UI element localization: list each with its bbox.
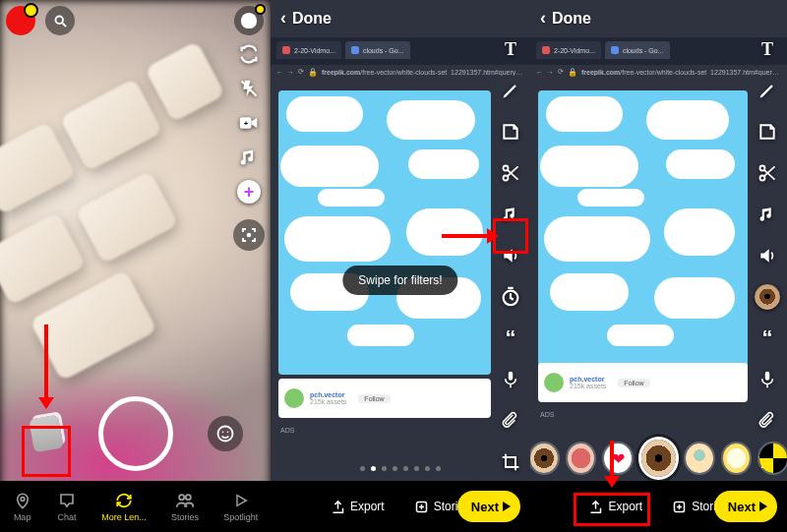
- lens-option[interactable]: [759, 443, 787, 473]
- voice-tool[interactable]: [497, 366, 524, 393]
- hint-toast: Swipe for filters!: [342, 266, 457, 295]
- sound-tool[interactable]: [754, 242, 781, 269]
- lens-carousel[interactable]: ❤: [530, 440, 787, 477]
- chat-icon: [57, 491, 77, 510]
- next-button[interactable]: Next: [714, 491, 777, 522]
- panel-editor-1: 2-20-Vidmo... clouds - Go... ←→⟳ 🔒 freep…: [271, 0, 530, 532]
- svg-point-0: [55, 16, 63, 24]
- stories-icon: [414, 500, 429, 514]
- lens-option-current[interactable]: [641, 440, 676, 477]
- nav-spotlight[interactable]: Spotlight: [223, 491, 258, 522]
- browser-tab[interactable]: clouds - Go...: [605, 41, 670, 59]
- done-button[interactable]: ‹ Done: [540, 8, 591, 29]
- lens-option[interactable]: ❤: [604, 443, 632, 473]
- play-icon: [231, 491, 251, 510]
- browser-tab[interactable]: 2-20-Vidmo...: [276, 41, 341, 59]
- svg-point-16: [760, 166, 765, 171]
- lens-option[interactable]: [568, 443, 595, 473]
- nav-chat-label: Chat: [57, 512, 76, 522]
- nav-map[interactable]: Map: [13, 491, 32, 522]
- export-button[interactable]: Export: [579, 494, 651, 520]
- shutter-button[interactable]: [98, 396, 173, 471]
- voice-tool[interactable]: [754, 366, 781, 393]
- svg-point-8: [21, 498, 25, 502]
- svg-point-12: [504, 176, 509, 181]
- url-bar[interactable]: ←→⟳ 🔒 freepik.com/free-vector/white-clou…: [536, 63, 781, 81]
- people-icon: [175, 491, 195, 510]
- filter-dots: [271, 466, 530, 471]
- bottom-nav: Map Chat More Len... Stories Spotlight: [0, 481, 271, 532]
- scissors-icon: [501, 163, 520, 183]
- sticker-icon: [501, 122, 520, 142]
- url-bar[interactable]: ←→⟳ 🔒 freepik.com/free-vector/white-clou…: [276, 63, 524, 81]
- nav-stories[interactable]: Stories: [171, 491, 199, 522]
- author-avatar: [284, 388, 304, 408]
- panel-editor-2: 2-20-Vidmo... clouds - Go... ←→⟳ 🔒 freep…: [530, 0, 787, 532]
- author-card[interactable]: pch.vector 215k assets Follow: [538, 363, 748, 402]
- eye-lens-icon: [755, 284, 780, 310]
- chevron-left-icon: ‹: [280, 8, 286, 29]
- lens-option[interactable]: [686, 443, 713, 473]
- export-icon: [331, 500, 345, 514]
- scan-icon: [240, 226, 258, 244]
- link-tool[interactable]: “: [497, 325, 524, 352]
- follow-button[interactable]: Follow: [358, 394, 390, 403]
- profile-avatar[interactable]: [6, 6, 35, 35]
- lock-icon: 🔒: [568, 68, 577, 77]
- scan-button[interactable]: [233, 219, 265, 251]
- search-icon: [53, 14, 68, 29]
- svg-rect-18: [765, 372, 770, 381]
- timer-icon: [500, 286, 521, 308]
- scissors-tool[interactable]: [497, 159, 524, 187]
- text-tool[interactable]: T: [497, 35, 524, 63]
- sticker-tool[interactable]: [754, 118, 781, 146]
- sound-tool[interactable]: [497, 242, 524, 269]
- mic-icon: [502, 370, 519, 389]
- pencil-icon: [501, 81, 520, 100]
- editor-toolbar: T “: [497, 35, 524, 517]
- timer-tool[interactable]: [497, 283, 524, 311]
- next-button[interactable]: Next: [457, 491, 520, 522]
- author-card[interactable]: pch.vector 215k assets Follow: [278, 379, 491, 418]
- applied-lens-tool[interactable]: [754, 283, 781, 311]
- draw-tool[interactable]: [754, 77, 781, 104]
- done-button[interactable]: ‹ Done: [280, 8, 332, 29]
- music-tool[interactable]: [497, 201, 524, 228]
- browser-tab[interactable]: clouds - Go...: [345, 41, 410, 59]
- chevron-left-icon: ‹: [540, 8, 546, 29]
- lens-option[interactable]: [723, 443, 751, 473]
- sticker-tool[interactable]: [497, 118, 524, 146]
- scissors-tool[interactable]: [754, 159, 781, 187]
- follow-button[interactable]: Follow: [618, 379, 649, 387]
- crop-tool[interactable]: [497, 448, 524, 476]
- browser-tab[interactable]: 2-20-Vidmo...: [536, 41, 601, 59]
- nav-chat[interactable]: Chat: [57, 491, 77, 522]
- lens-option[interactable]: [530, 443, 558, 473]
- export-button[interactable]: Export: [322, 494, 394, 520]
- add-tool-button[interactable]: +: [234, 176, 264, 207]
- speaker-icon: [501, 246, 520, 266]
- flip-camera-icon: [238, 43, 260, 65]
- draw-tool[interactable]: [497, 77, 524, 104]
- music-tool[interactable]: [754, 201, 781, 228]
- lens-button[interactable]: [208, 416, 243, 451]
- svg-point-11: [504, 166, 509, 171]
- svg-point-5: [218, 427, 233, 442]
- gallery-button[interactable]: [29, 415, 63, 453]
- flash-button[interactable]: [234, 73, 264, 104]
- search-button[interactable]: [45, 6, 75, 35]
- svg-point-10: [186, 495, 191, 500]
- nav-map-label: Map: [14, 512, 31, 522]
- add-friend-button[interactable]: [234, 6, 264, 35]
- flip-camera-button[interactable]: [234, 38, 264, 70]
- text-tool[interactable]: T: [754, 35, 781, 63]
- nav-more-lenses[interactable]: More Len...: [101, 491, 147, 522]
- svg-line-1: [62, 23, 66, 27]
- music-button[interactable]: [234, 142, 264, 173]
- attach-tool[interactable]: [497, 407, 524, 435]
- link-tool[interactable]: “: [754, 325, 781, 352]
- attach-tool[interactable]: [754, 407, 781, 435]
- svg-point-9: [179, 495, 184, 500]
- nav-stories-label: Stories: [171, 512, 199, 522]
- video-button[interactable]: +: [234, 107, 264, 139]
